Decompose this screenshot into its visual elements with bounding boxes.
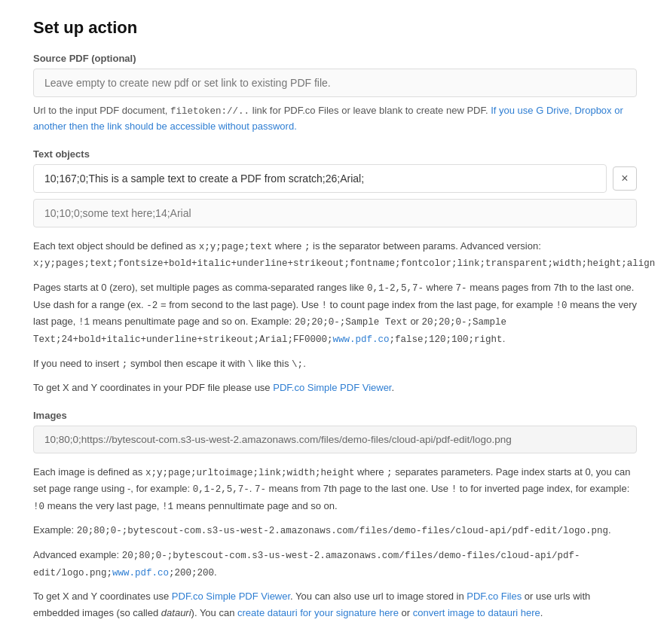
- text-objects-clear-button[interactable]: ×: [613, 166, 637, 191]
- text-objects-viewer-link[interactable]: PDF.co Simple PDF Viewer: [273, 382, 391, 393]
- text-objects-label: Text objects: [33, 148, 637, 160]
- text-objects-placeholder-input[interactable]: [33, 199, 637, 227]
- convert-datauri-link[interactable]: convert image to datauri here: [413, 607, 540, 618]
- source-pdf-description: Url to the input PDF document, filetoken…: [33, 103, 637, 135]
- source-pdf-section: Source PDF (optional) Url to the input P…: [33, 53, 637, 135]
- source-pdf-code: filetoken://..: [170, 106, 249, 117]
- images-viewer-note: To get X and Y coordinates use PDF.co Si…: [33, 588, 637, 621]
- pdf-co-link1[interactable]: www.pdf.co: [333, 334, 390, 345]
- text-objects-escape-note: If you need to insert ; symbol then esca…: [33, 356, 637, 373]
- text-objects-desc2: Pages starts at 0 (zero), set multiple p…: [33, 279, 637, 348]
- text-objects-section: Text objects × Each text object should b…: [33, 148, 637, 396]
- text-objects-desc1: Each text object should be defined as x;…: [33, 238, 637, 272]
- images-label: Images: [33, 410, 637, 421]
- source-pdf-desc-text1: Url to the input PDF document,: [33, 105, 170, 116]
- images-section: Images Each image is defined as x;y;page…: [33, 410, 637, 621]
- text-objects-input[interactable]: [33, 164, 607, 193]
- text-objects-viewer-note: To get X and Y coordinates in your PDF f…: [33, 380, 637, 395]
- images-files-link[interactable]: PDF.co Files: [467, 591, 522, 602]
- images-example2: Advanced example: 20;80;0-;bytescout-com…: [33, 547, 637, 581]
- images-desc1: Each image is defined as x;y;page;urltoi…: [33, 464, 637, 515]
- page-title: Set up action: [33, 18, 637, 38]
- datauri-italic: datauri: [161, 607, 191, 618]
- images-viewer-link[interactable]: PDF.co Simple PDF Viewer: [172, 591, 290, 602]
- images-input[interactable]: [33, 426, 637, 453]
- create-datauri-link[interactable]: create datauri for your signature here: [237, 607, 399, 618]
- source-pdf-desc-text2: link for PDF.co Files or leave blank to …: [249, 105, 491, 116]
- source-pdf-label: Source PDF (optional): [33, 53, 637, 64]
- source-pdf-input[interactable]: [33, 69, 637, 97]
- pdf-co-link2[interactable]: www.pdf.co: [112, 568, 169, 578]
- text-objects-input-row: ×: [33, 164, 637, 193]
- images-example1: Example: 20;80;0-;bytescout-com.s3-us-we…: [33, 522, 637, 539]
